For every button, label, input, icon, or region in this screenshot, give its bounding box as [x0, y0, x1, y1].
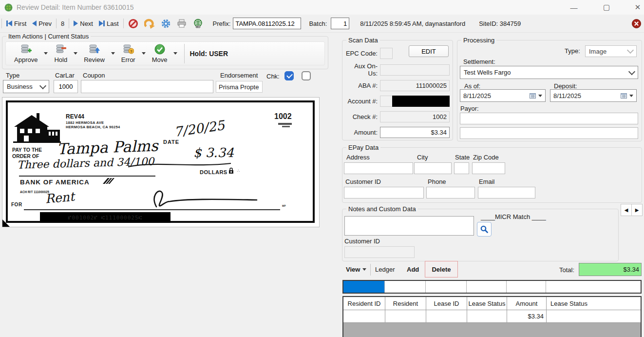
payor-input-2[interactable]	[460, 127, 638, 139]
aba-field[interactable]: 111000025	[380, 80, 450, 91]
grid-strip-cell[interactable]	[385, 281, 426, 293]
col-header-lease-id[interactable]: Lease ID	[426, 297, 467, 310]
ledger-button[interactable]: Ledger	[375, 266, 395, 273]
coupon-input[interactable]	[81, 80, 213, 93]
phone-input[interactable]	[426, 187, 475, 198]
settlement-select[interactable]: Test Wells Fargo	[460, 66, 638, 79]
aba-row: ABA #: 111000025	[345, 79, 450, 91]
type-select[interactable]: Business	[3, 80, 49, 93]
close-button[interactable]: ✕	[626, 0, 644, 15]
processing-type-select[interactable]: Image	[585, 45, 637, 57]
chevron-down-icon	[628, 68, 635, 75]
state-input[interactable]	[454, 162, 469, 174]
deposit-datepicker[interactable]: 8/11/2025	[550, 89, 637, 102]
email-input[interactable]	[478, 187, 535, 198]
check-number-field[interactable]: 1002	[380, 111, 450, 122]
redo-button[interactable]	[141, 17, 158, 30]
error-button[interactable]: ? Error	[117, 42, 140, 64]
address-input[interactable]	[344, 162, 413, 174]
approve-button[interactable]: Approve	[10, 42, 42, 64]
check-bank-name: BANK OF AMERICA	[20, 178, 90, 186]
page-next-button[interactable]: ▶	[631, 204, 643, 216]
signature	[149, 186, 262, 211]
cell-lease-status[interactable]	[467, 310, 507, 323]
red-close-icon	[632, 19, 641, 28]
grid-strip-cell[interactable]	[467, 281, 507, 293]
endorsement-field[interactable]: Prisma Propte	[216, 81, 263, 93]
col-header-amount[interactable]: Amount	[507, 297, 547, 310]
review-dropdown-arrow[interactable]	[111, 52, 115, 55]
type-value: Business	[7, 83, 33, 90]
check-number-label: Check #:	[345, 113, 378, 120]
check-payer-address1: 1882 HERMOSA AVE	[66, 120, 104, 125]
payor-input-1[interactable]	[460, 113, 638, 124]
batch-input[interactable]	[331, 18, 349, 29]
notes-group: Notes and Custom Data ____MICR Match ___…	[342, 209, 619, 261]
hold-dropdown-arrow[interactable]	[74, 52, 77, 55]
aux-onus-field[interactable]	[380, 64, 450, 76]
table-data-row[interactable]: $3.34	[343, 310, 641, 323]
print-button[interactable]	[174, 17, 190, 30]
cell-resident[interactable]	[385, 310, 426, 323]
cell-lease-id[interactable]	[426, 310, 467, 323]
first-button[interactable]: First	[3, 17, 29, 30]
approve-dropdown-arrow[interactable]	[44, 52, 48, 55]
cell-lease-status-2[interactable]	[547, 310, 641, 323]
review-button[interactable]: Review	[79, 42, 109, 64]
minimize-button[interactable]: —	[563, 0, 585, 15]
cell-resident-id[interactable]	[343, 310, 385, 323]
micr-match-label: ____MICR Match ____	[481, 213, 546, 220]
prev-icon	[32, 20, 37, 26]
add-button[interactable]: Add	[407, 266, 419, 273]
col-header-resident-id[interactable]: Resident ID	[343, 297, 385, 310]
account-label: Account #:	[345, 98, 378, 105]
next-button[interactable]: Next	[71, 17, 96, 30]
move-dropdown-arrow[interactable]	[173, 52, 177, 55]
last-button[interactable]: Last	[96, 17, 122, 30]
hold-button[interactable]: Hold	[50, 42, 72, 64]
col-header-lease-status-2[interactable]: Lease Status	[547, 297, 641, 310]
col-header-lease-status[interactable]: Lease Status	[467, 297, 507, 310]
city-input[interactable]	[414, 162, 452, 174]
web-link-button[interactable]	[190, 17, 206, 30]
page-prev-button[interactable]: ◀	[621, 204, 632, 216]
check-memo-handwritten: Rent	[45, 189, 75, 206]
move-button[interactable]: Move	[148, 42, 172, 64]
bank-flag-logo	[102, 177, 114, 185]
col-header-resident[interactable]: Resident	[385, 297, 426, 310]
cell-amount[interactable]: $3.34	[507, 310, 547, 323]
grid-strip-cell[interactable]	[507, 281, 546, 293]
epay-customer-id-input[interactable]	[344, 187, 424, 198]
view-label: View	[346, 266, 360, 273]
view-menu-button[interactable]: View	[346, 266, 366, 273]
last-icon	[99, 20, 105, 26]
notes-textarea[interactable]	[344, 216, 474, 236]
close-review-button[interactable]	[632, 19, 641, 30]
grid-strip-cell-selected[interactable]	[343, 281, 385, 293]
processing-type-value: Image	[589, 48, 606, 55]
address-label: Address	[346, 154, 370, 161]
total-value-field: $3.34	[579, 263, 642, 276]
amount-field[interactable]: $3.34	[380, 127, 450, 138]
prev-button[interactable]: Prev	[29, 17, 55, 30]
asof-datepicker[interactable]: 8/11/2025	[460, 89, 546, 102]
chk-checkbox-unchecked[interactable]	[302, 71, 311, 80]
grid-strip-cell[interactable]	[426, 281, 467, 293]
maximize-button[interactable]: ▢	[595, 0, 618, 15]
notes-customer-id-field[interactable]	[344, 246, 415, 258]
cancel-item-button[interactable]	[125, 17, 141, 30]
settings-button[interactable]	[158, 17, 174, 30]
check-fraction-mark	[278, 123, 292, 125]
zip-input[interactable]	[472, 162, 505, 174]
processing-group: Processing Type: Image Settlement: Test …	[457, 40, 642, 141]
error-dropdown-arrow[interactable]	[142, 52, 146, 55]
prefix-input[interactable]	[233, 18, 301, 29]
grid-strip-cell[interactable]	[546, 281, 641, 293]
micr-search-button[interactable]	[477, 222, 492, 237]
check-image-viewer[interactable]: REV44 1882 HERMOSA AVE HERMOSA BEACH, CA…	[2, 98, 319, 227]
delete-button[interactable]: Delete	[432, 266, 451, 273]
chk-checkbox-checked[interactable]	[284, 71, 294, 80]
account-field[interactable]	[380, 96, 450, 107]
epc-field[interactable]	[380, 48, 393, 59]
carlar-input[interactable]	[54, 80, 78, 93]
